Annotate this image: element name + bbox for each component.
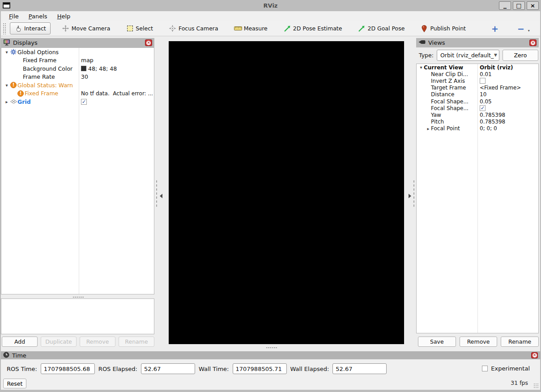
bottom-splitter-handle[interactable] (266, 347, 277, 349)
menu-file[interactable]: File (5, 12, 22, 21)
save-view-button[interactable]: Save (418, 337, 456, 347)
duplicate-button[interactable]: Duplicate (41, 337, 77, 347)
tool-publish-point[interactable]: Publish Point (416, 22, 470, 35)
frame-rate-value[interactable]: 30 (81, 73, 88, 80)
left-panel-splitter[interactable] (155, 175, 162, 211)
background-color-value[interactable]: 48; 48; 48 (88, 65, 117, 72)
views-panel-header[interactable]: Views ✕ (416, 38, 539, 47)
view-type-dropdown[interactable]: Orbit (rviz_default_p ▼ (437, 50, 499, 61)
tool-select[interactable]: Select (121, 22, 158, 34)
tree-row-background-color[interactable]: Background Color 48; 48; 48 (1, 64, 154, 73)
zero-button[interactable]: Zero (503, 50, 538, 61)
views-panel: Views ✕ Type: Orbit (rviz_default_p ▼ Ze… (416, 38, 539, 347)
tool-interact[interactable]: Interact (10, 22, 51, 34)
ros-elapsed-input[interactable] (141, 363, 195, 374)
displays-splitter-handle[interactable] (72, 296, 84, 298)
yaw-value[interactable]: 0.785398 (480, 112, 505, 118)
green-arrow-icon (358, 25, 366, 32)
target-frame-value[interactable]: <Fixed Frame> (480, 85, 521, 91)
rename-display-button[interactable]: Rename (119, 337, 154, 347)
views-panel-title: Views (428, 39, 445, 46)
collapse-left-arrow-icon[interactable] (160, 194, 162, 198)
warning-icon: ! (17, 90, 25, 97)
resize-grip[interactable] (533, 383, 539, 388)
wall-elapsed-input[interactable] (332, 363, 387, 374)
grid-enabled-checkbox[interactable] (81, 99, 87, 105)
focal-shape-fixed-checkbox[interactable] (480, 105, 486, 111)
tree-row-fixed-frame-warning[interactable]: ! Fixed Frame No tf data. Actual error: … (1, 89, 154, 98)
color-swatch[interactable] (81, 66, 86, 71)
add-tool-button[interactable]: + (487, 24, 503, 33)
experimental-checkbox[interactable] (482, 366, 488, 371)
select-box-icon (126, 26, 134, 31)
wall-time-input[interactable] (233, 363, 287, 374)
app-window-icon (3, 2, 10, 10)
titlebar[interactable]: RViz ▁ □ × (0, 0, 541, 11)
tool-focus-camera[interactable]: Focus Camera (164, 22, 223, 34)
close-icon: ✕ (146, 41, 151, 45)
tree-row-global-options[interactable]: ▾ Global Options (1, 48, 154, 56)
collapse-right-arrow-icon[interactable] (409, 194, 411, 198)
tool-2d-goal-pose[interactable]: 2D Goal Pose (353, 22, 409, 35)
focus-crosshair-icon (169, 25, 177, 32)
focal-point-value[interactable]: 0; 0; 0 (480, 125, 497, 132)
focal-shape-size-value[interactable]: 0.05 (480, 98, 492, 105)
grid-icon (9, 99, 17, 104)
gear-icon (9, 49, 17, 55)
remove-display-button[interactable]: Remove (80, 337, 115, 347)
expander-open-icon[interactable]: ▾ (418, 65, 424, 70)
fixed-frame-value[interactable]: map (81, 57, 94, 64)
tree-row-grid[interactable]: ▸ Grid (1, 98, 154, 106)
menu-panels[interactable]: Panels (25, 12, 51, 21)
expander-open-icon[interactable]: ▾ (4, 50, 9, 55)
time-panel-header[interactable]: Time ✕ (1, 351, 540, 359)
displays-panel-title: Displays (13, 39, 38, 46)
tree-row-global-status[interactable]: ▾ ! Global Status: Warn (1, 81, 154, 89)
tool-2d-pose-estimate[interactable]: 2D Pose Estimate (279, 22, 347, 35)
map-pin-icon (420, 25, 428, 32)
ros-time-input[interactable] (41, 363, 95, 374)
invert-z-checkbox[interactable] (480, 78, 486, 84)
minimize-button[interactable]: ▁ (499, 1, 511, 10)
pitch-value[interactable]: 0.785398 (480, 119, 505, 125)
ruler-icon (234, 26, 242, 30)
expander-closed-icon[interactable]: ▸ (4, 99, 9, 104)
tree-row-fixed-frame[interactable]: Fixed Frame map (1, 56, 154, 65)
wall-elapsed-label: Wall Elapsed: (290, 366, 329, 372)
time-close-button[interactable]: ✕ (531, 352, 538, 358)
distance-value[interactable]: 10 (480, 91, 486, 98)
toolbar: Interact Move Camera Select Focus Camera… (1, 21, 540, 36)
tool-move-camera[interactable]: Move Camera (57, 22, 115, 34)
remove-view-button[interactable]: Remove (460, 337, 498, 347)
reset-button[interactable]: Reset (3, 379, 26, 388)
displays-tree: ▾ Global Options Fixed Frame map Backgro… (1, 47, 154, 294)
hand-icon (14, 25, 22, 32)
expander-open-icon[interactable]: ▾ (4, 83, 9, 88)
render-viewport[interactable] (169, 41, 404, 344)
tool-measure[interactable]: Measure (230, 22, 272, 34)
displays-panel-header[interactable]: Displays ✕ (1, 38, 154, 47)
close-icon: ✕ (531, 41, 535, 45)
expander-closed-icon[interactable]: ▸ (426, 126, 431, 131)
rename-view-button[interactable]: Rename (501, 337, 539, 347)
views-close-button[interactable]: ✕ (529, 39, 537, 46)
displays-panel: Displays ✕ ▾ Global Options Fixed Frame … (1, 38, 154, 347)
near-clip-value[interactable]: 0.01 (480, 71, 492, 77)
tree-row-frame-rate[interactable]: Frame Rate 30 (1, 73, 154, 81)
main-area: Displays ✕ ▾ Global Options Fixed Frame … (1, 36, 540, 351)
time-panel-title: Time (12, 352, 26, 359)
add-button[interactable]: Add (2, 337, 38, 347)
remove-tool-button[interactable]: −▾ (513, 24, 529, 33)
displays-help-box (1, 298, 154, 334)
wall-time-label: Wall Time: (199, 366, 229, 372)
fps-counter: 31 fps (511, 379, 528, 386)
right-panel-splitter[interactable] (406, 175, 413, 211)
ros-elapsed-label: ROS Elapsed: (98, 366, 137, 372)
move-icon (62, 25, 70, 32)
toolbar-drag-handle[interactable] (3, 23, 6, 34)
close-window-button[interactable]: × (527, 1, 539, 10)
experimental-label: Experimental (491, 365, 530, 372)
menu-help[interactable]: Help (54, 12, 74, 21)
maximize-button[interactable]: □ (513, 1, 525, 10)
displays-close-button[interactable]: ✕ (145, 39, 152, 46)
